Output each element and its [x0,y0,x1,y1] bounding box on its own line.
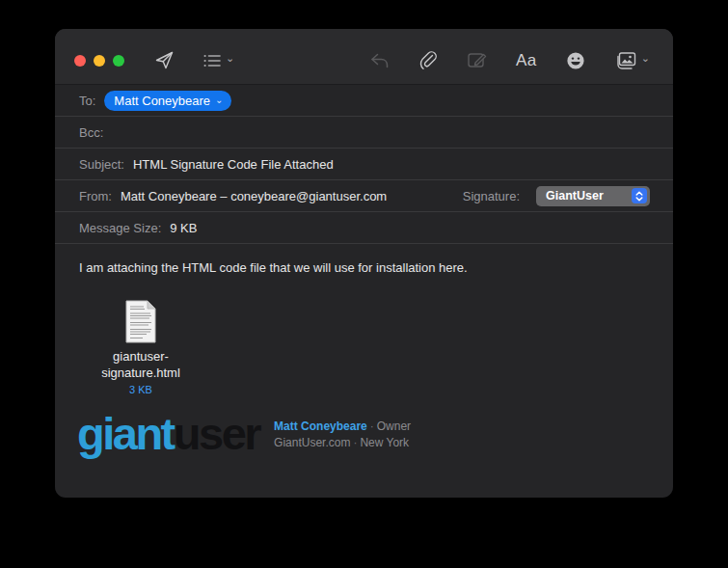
body-text: I am attaching the HTML code file that w… [79,259,649,277]
paper-plane-icon [154,50,175,70]
markup-button[interactable] [463,47,491,73]
bullet-list-icon [203,53,222,68]
photo-browser-button[interactable]: ⌄ [610,47,654,74]
reply-arrow-icon [369,52,390,69]
message-size-value: 9 KB [170,221,197,235]
window-controls [74,55,124,67]
attachment-filename: giantuser-signature.html [87,348,195,382]
select-stepper-icon [632,188,647,203]
chevron-down-icon: ⌄ [641,53,650,64]
emoji-button[interactable] [562,47,589,74]
chevron-down-icon: ⌄ [226,53,234,64]
giantuser-logo: giantuser [77,411,259,456]
desktop-background: ⌄ [0,0,728,568]
zoom-window-button[interactable] [113,55,124,67]
separator-dot: · [353,436,357,449]
send-button[interactable] [150,46,178,74]
chevron-down-icon: ⌄ [215,95,223,105]
from-value: Matt Coneybeare – coneybeare@giantuser.c… [121,189,387,203]
signature-line-2: GiantUser.com·New York [274,435,411,451]
signature-label: Signature: [463,189,520,203]
message-size-label: Message Size: [79,221,161,235]
recipient-name: Matt Coneybeare [114,94,210,108]
signature-role: Owner [377,419,411,433]
from-field[interactable]: From: Matt Coneybeare – coneybeare@giant… [55,180,673,212]
email-signature: giantuser Matt Coneybeare·Owner GiantUse… [77,411,649,456]
toolbar-right-group: Aa [365,46,654,75]
to-field[interactable]: To: Matt Coneybeare ⌄ [55,85,673,117]
bcc-field[interactable]: Bcc: [55,117,673,149]
from-group: From: Matt Coneybeare – coneybeare@giant… [79,189,387,203]
message-body[interactable]: I am attaching the HTML code file that w… [55,244,673,498]
recipient-token[interactable]: Matt Coneybeare ⌄ [104,91,231,111]
format-text-icon: Aa [516,51,537,70]
markup-pen-icon [467,51,487,69]
attachment[interactable]: giantuser-signature.html 3 KB [87,300,195,395]
subject-field[interactable]: Subject: HTML Signature Code File Attach… [55,149,673,180]
signature-group: Signature: GiantUser [463,186,650,206]
reply-button[interactable] [365,48,393,73]
signature-details: Matt Coneybeare·Owner GiantUser.com·New … [274,415,411,452]
signature-website: GiantUser.com [274,436,350,449]
separator-dot: · [370,419,374,433]
minimize-window-button[interactable] [94,55,105,67]
subject-label: Subject: [79,157,124,172]
attach-file-button[interactable] [415,46,442,75]
signature-location: New York [360,436,409,449]
logo-text-user: user [174,408,259,459]
from-label: From: [79,189,112,203]
format-list-button[interactable]: ⌄ [200,49,238,72]
close-window-button[interactable] [74,55,86,67]
to-label: To: [79,94,95,108]
logo-text-giant: giant [77,408,174,459]
subject-value: HTML Signature Code File Attached [133,157,334,172]
signature-select[interactable]: GiantUser [536,186,650,206]
signature-selected-value: GiantUser [546,189,624,203]
bcc-label: Bcc: [79,125,103,140]
format-button[interactable]: Aa [512,47,541,74]
toolbar: ⌄ [55,29,673,85]
signature-name: Matt Coneybeare [274,419,367,433]
document-file-icon [87,300,195,343]
mail-compose-window: ⌄ [55,29,673,498]
signature-line-1: Matt Coneybeare·Owner [274,419,411,435]
photos-icon [614,51,637,70]
message-size-field: Message Size: 9 KB [55,212,673,244]
attachment-size: 3 KB [87,384,195,395]
paperclip-icon [418,50,438,71]
smiley-icon [566,51,585,70]
